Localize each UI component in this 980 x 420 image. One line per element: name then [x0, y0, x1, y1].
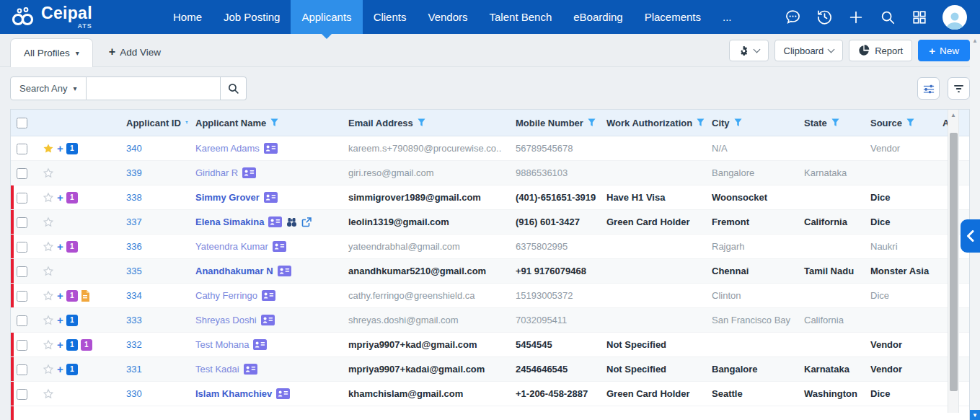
search-submit-button[interactable] [221, 76, 247, 100]
binoculars-icon[interactable] [286, 217, 297, 227]
row-checkbox[interactable] [11, 338, 38, 350]
row-checkbox[interactable] [11, 265, 38, 276]
contact-card-icon[interactable] [264, 192, 278, 203]
funnel-filter-icon[interactable] [697, 118, 705, 127]
scroll-up-icon[interactable]: ▲ [970, 38, 980, 44]
applicant-id-link[interactable]: 335 [126, 266, 142, 276]
table-row[interactable]: 335Anandhakumar Nanandhkumar5210@gmail.c… [11, 259, 969, 284]
scroll-up-icon[interactable]: ▲ [948, 110, 958, 120]
brand-logo[interactable]: Ceipal ATS [0, 0, 130, 34]
add-view-button[interactable]: + Add View [109, 38, 161, 66]
count-badge[interactable]: 1 [66, 315, 78, 326]
nav-item-applicants[interactable]: Applicants [291, 0, 362, 34]
applicant-name-link[interactable]: Test Kadai [195, 364, 239, 375]
contact-card-icon[interactable] [276, 388, 290, 399]
applicant-name-link[interactable]: Elena Simakina [195, 216, 264, 227]
star-icon[interactable] [43, 364, 54, 375]
table-scrollbar[interactable]: ▲ ▼ [948, 110, 959, 413]
add-to-list-icon[interactable]: + [57, 192, 63, 203]
table-row[interactable]: +1338Simmy Groversimmigrover1989@gmail.c… [11, 185, 969, 210]
row-checkbox[interactable] [11, 191, 38, 203]
add-to-list-icon[interactable]: + [57, 364, 63, 375]
side-panel-toggle-button[interactable] [961, 219, 980, 253]
document-icon[interactable] [81, 290, 90, 302]
star-icon[interactable] [43, 241, 54, 253]
funnel-filter-icon[interactable] [270, 118, 278, 127]
star-icon[interactable] [43, 388, 54, 400]
column-header-city[interactable]: City [705, 118, 797, 128]
row-checkbox[interactable] [11, 240, 38, 252]
star-icon[interactable] [43, 315, 54, 326]
count-badge[interactable]: 1 [66, 143, 78, 154]
count-badge[interactable]: 1 [81, 339, 92, 351]
applicant-name-link[interactable]: Cathy Ferringo [195, 290, 257, 301]
column-header-applicant-id[interactable]: Applicant ID [119, 118, 188, 128]
contact-card-icon[interactable] [244, 364, 257, 375]
scrollbar-thumb[interactable] [950, 133, 958, 391]
funnel-filter-icon[interactable] [831, 118, 839, 127]
row-checkbox[interactable] [11, 363, 38, 375]
scroll-down-icon[interactable]: ▼ [970, 410, 980, 420]
contact-card-icon[interactable] [261, 315, 275, 325]
filter-button[interactable] [948, 77, 970, 100]
applicant-id-link[interactable]: 334 [126, 290, 142, 301]
search-icon[interactable] [879, 9, 896, 26]
new-button[interactable]: + New [918, 40, 970, 61]
settings-dropdown-button[interactable] [729, 40, 769, 61]
table-row[interactable]: 337Elena Simakinaleolin1319@gmail.com(91… [11, 210, 969, 235]
external-link-icon[interactable] [301, 217, 312, 227]
nav-item-job-posting[interactable]: Job Posting [213, 0, 291, 34]
table-row[interactable]: +1334Cathy Ferringocathy.ferringo@greens… [11, 284, 969, 308]
contact-card-icon[interactable] [278, 266, 291, 276]
view-selector-tab[interactable]: All Profiles ▾ [10, 38, 93, 67]
plus-icon[interactable] [847, 9, 865, 26]
table-row[interactable]: +1333Shreyas Doshishreyas.doshi@gmail.co… [11, 308, 969, 333]
add-to-list-icon[interactable]: + [57, 290, 63, 301]
contact-card-icon[interactable] [242, 167, 256, 178]
table-row[interactable]: 330Islam Khamchievkhamchislam@gmail.com+… [11, 382, 969, 406]
contact-card-icon[interactable] [268, 216, 282, 227]
star-icon[interactable] [43, 143, 54, 154]
row-checkbox[interactable] [11, 289, 38, 301]
nav-item-talent-bench[interactable]: Talent Bench [479, 0, 563, 34]
star-icon[interactable] [43, 167, 54, 179]
applicant-name-link[interactable]: Anandhakumar N [195, 266, 273, 276]
count-badge[interactable]: 1 [66, 241, 78, 253]
clipboard-dropdown-button[interactable]: Clipboard [774, 40, 844, 61]
select-all-checkbox[interactable] [11, 118, 38, 128]
applicant-name-link[interactable]: Yateendra Kumar [195, 241, 268, 252]
count-badge[interactable]: 1 [66, 192, 78, 204]
contact-card-icon[interactable] [264, 143, 278, 154]
table-row[interactable]: +1331Test Kadaimpriya9907+kadai@gmail.co… [11, 357, 969, 382]
applicant-name-link[interactable]: Simmy Grover [195, 192, 260, 203]
star-icon[interactable] [43, 192, 54, 204]
contact-card-icon[interactable] [253, 339, 267, 350]
applicant-id-link[interactable]: 337 [126, 216, 142, 227]
nav-item-placements[interactable]: Placements [634, 0, 712, 34]
count-badge[interactable]: 1 [66, 290, 78, 302]
nav-item--[interactable]: ... [712, 0, 743, 34]
row-checkbox[interactable] [11, 216, 38, 227]
count-badge[interactable]: 1 [66, 364, 78, 375]
applicant-id-link[interactable]: 332 [126, 339, 142, 350]
row-checkbox[interactable] [11, 167, 38, 178]
column-header-source[interactable]: Source [863, 118, 935, 128]
star-icon[interactable] [43, 339, 54, 351]
table-row[interactable]: +1336Yateendra Kumaryateendrabhal@gmail.… [11, 235, 969, 259]
table-row[interactable]: +1340Kareem Adamskareem.s+790890@procure… [11, 136, 969, 161]
contact-card-icon[interactable] [273, 241, 286, 252]
search-mode-select[interactable]: Search Any ▾ [10, 76, 87, 100]
star-icon[interactable] [43, 216, 54, 228]
nav-item-home[interactable]: Home [162, 0, 213, 34]
applicant-name-link[interactable]: Islam Khamchiev [195, 388, 272, 399]
star-icon[interactable] [43, 266, 54, 277]
column-settings-button[interactable] [917, 77, 940, 100]
add-to-list-icon[interactable]: + [57, 315, 63, 325]
applicant-id-link[interactable]: 331 [126, 364, 142, 375]
column-header-applicant-name[interactable]: Applicant Name [188, 118, 341, 128]
nav-item-clients[interactable]: Clients [363, 0, 418, 34]
row-checkbox[interactable] [11, 142, 38, 154]
table-row[interactable]: 339Giridhar Rgiri.reso@gmail.com98865361… [11, 161, 969, 185]
contact-card-icon[interactable] [262, 290, 275, 301]
add-to-list-icon[interactable]: + [57, 241, 63, 252]
